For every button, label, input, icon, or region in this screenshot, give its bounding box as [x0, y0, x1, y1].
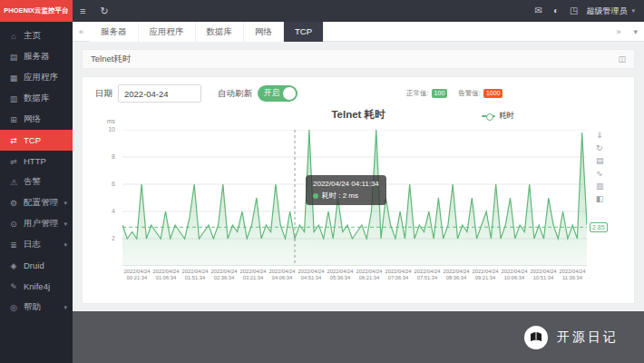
auto-refresh-label: 自动刷新: [218, 88, 252, 100]
threshold-label: 正常值:: [406, 89, 429, 98]
sidebar-item-druid[interactable]: ◈Druid: [0, 255, 73, 276]
sidebar-item-app[interactable]: ▦应用程序: [0, 67, 73, 88]
user-menu[interactable]: 超级管理员: [583, 5, 629, 17]
app-root: PHOENIX云监控平台 ≡↻ ✉◐◳ 超级管理员 ▾ ⌂主页▤服务器▦应用程序…: [0, 0, 644, 363]
x-axis-label: 2022/04/2401:51:34: [181, 269, 210, 281]
config-icon: ⚙: [8, 199, 19, 208]
data-view-icon[interactable]: ▤: [596, 157, 604, 165]
chevron-down-icon: ▾: [63, 200, 67, 207]
x-axis-label: 2022/04/2407:51:34: [413, 269, 442, 281]
sidebar: ⌂主页▤服务器▦应用程序▥数据库⊞网络⇄TCP⇌HTTP⚠告警⚙配置管理▾⊙用户…: [0, 22, 73, 363]
toggle-knob: [283, 87, 296, 100]
sidebar-item-label: 日志: [24, 239, 63, 250]
tab-item[interactable]: 应用程序: [139, 22, 196, 42]
refresh-icon[interactable]: ↻: [93, 0, 115, 22]
sidebar-item-label: 用户管理: [24, 218, 63, 230]
app-icon: ▦: [8, 74, 19, 83]
sidebar-item-logs[interactable]: ≣日志▾: [0, 234, 73, 255]
sidebar-item-server[interactable]: ▤服务器: [0, 46, 73, 67]
chart-card: 日期 自动刷新 开启 正常值:100告警值:1000 Telnet 耗时: [82, 76, 635, 304]
sidebar-item-http[interactable]: ⇌HTTP: [0, 151, 73, 172]
sidebar-item-config[interactable]: ⚙配置管理▾: [0, 192, 73, 213]
message-icon[interactable]: ✉: [530, 0, 548, 22]
x-axis-label: 2022/04/2404:51:34: [297, 269, 326, 281]
tab-item[interactable]: 服务器: [90, 22, 139, 42]
chart-plot[interactable]: [122, 130, 587, 266]
threshold-legend: 正常值:100告警值:1000: [406, 89, 503, 98]
http-icon: ⇌: [8, 157, 19, 166]
sidebar-item-label: Knife4j: [24, 281, 67, 291]
help-icon: ◎: [8, 303, 19, 312]
chevron-down-icon: ▾: [63, 241, 67, 249]
sidebar-item-knife4j[interactable]: ✎Knife4j: [0, 276, 73, 297]
toggle-state-label: 开启: [264, 88, 279, 99]
x-axis-label: 2022/04/2401:06:34: [151, 269, 181, 281]
tabbar: « 服务器应用程序数据库网络TCP » ▾: [73, 22, 644, 42]
sidebar-item-label: 帮助: [24, 301, 63, 313]
sidebar-item-help[interactable]: ◎帮助▾: [0, 297, 73, 318]
auto-refresh-toggle[interactable]: 开启: [258, 85, 298, 102]
topbar-right-icons: ✉◐◳: [530, 0, 584, 22]
tab-item[interactable]: 数据库: [196, 22, 245, 42]
tab-item[interactable]: TCP: [284, 22, 324, 42]
chevron-down-icon: ▾: [629, 7, 644, 15]
save-image-icon[interactable]: ⇓: [596, 132, 604, 140]
x-axis-label: 2022/04/2405:36:34: [326, 269, 355, 281]
page-title: Telnet耗时: [91, 54, 131, 65]
x-axis-label: 2022/04/2400:21:34: [122, 269, 151, 281]
threshold-value: 100: [432, 89, 448, 98]
brand-text: 开源日记: [557, 329, 619, 346]
main-area: « 服务器应用程序数据库网络TCP » ▾ Telnet耗时 ◫ 日期: [73, 22, 644, 363]
sidebar-item-database[interactable]: ▥数据库: [0, 88, 73, 109]
x-axis-label: 2022/04/2408:36:34: [442, 269, 471, 281]
fullscreen-icon[interactable]: ◳: [564, 0, 583, 22]
chart-header: Telnet 耗时 耗时: [95, 108, 621, 123]
y-axis: ms246810: [95, 130, 119, 266]
users-icon: ⊙: [8, 220, 19, 229]
y-axis-label: 8: [112, 153, 115, 160]
restore-icon[interactable]: ↻: [596, 144, 604, 152]
sidebar-item-label: HTTP: [24, 156, 67, 166]
server-icon: ▤: [8, 53, 19, 62]
alert-icon: ⚠: [8, 178, 19, 187]
line-chart-icon[interactable]: ∿: [596, 170, 604, 178]
tab-item[interactable]: 网络: [244, 22, 284, 42]
home-icon: ⌂: [8, 32, 19, 41]
chart-title: Telnet 耗时: [331, 108, 385, 122]
zoom-icon[interactable]: ◧: [596, 195, 604, 203]
sidebar-item-alert[interactable]: ⚠告警: [0, 172, 73, 192]
sidebar-item-label: 数据库: [24, 93, 67, 104]
tabs-menu-icon[interactable]: ▾: [627, 27, 644, 36]
bar-chart-icon[interactable]: ▥: [596, 182, 604, 191]
chart-area: Telnet 耗时 耗时 ms246810 2022/04/24: [95, 108, 621, 301]
topbar-right: ✉◐◳ 超级管理员 ▾: [530, 0, 644, 22]
kaiyuan-diary-logo: [524, 326, 548, 349]
theme-icon[interactable]: ◐: [548, 0, 564, 22]
topbar-left-icons: ≡↻: [73, 0, 116, 22]
network-icon: ⊞: [8, 115, 19, 124]
panel-icon[interactable]: ◫: [618, 54, 626, 64]
sidebar-item-label: 告警: [24, 176, 67, 188]
x-axis-label: 2022/04/2411:36:34: [558, 269, 587, 281]
threshold-label: 告警值:: [458, 89, 481, 98]
tabs-scroll-right-icon[interactable]: »: [610, 27, 627, 36]
sidebar-item-label: 网络: [24, 113, 67, 125]
y-axis-label: 2: [112, 235, 115, 241]
chart-legend[interactable]: 耗时: [482, 111, 514, 122]
sidebar-item-tcp[interactable]: ⇄TCP: [0, 130, 73, 151]
sidebar-item-label: 主页: [24, 30, 67, 42]
tabs-scroll-left-icon[interactable]: «: [73, 27, 90, 36]
content: Telnet耗时 ◫ 日期 自动刷新 开启 正常值:100告警值:1000: [73, 42, 644, 311]
chevron-down-icon: ▾: [63, 304, 67, 311]
sidebar-item-label: TCP: [24, 135, 67, 145]
sidebar-item-home[interactable]: ⌂主页: [0, 25, 73, 46]
legend-marker-icon: [482, 115, 495, 117]
logs-icon: ≣: [8, 240, 19, 250]
y-axis-label: 4: [112, 208, 115, 214]
date-input[interactable]: [118, 84, 201, 103]
chevron-down-icon: ▾: [63, 221, 67, 228]
hamburger-icon[interactable]: ≡: [73, 0, 93, 22]
sidebar-item-network[interactable]: ⊞网络: [0, 109, 73, 130]
threshold-chip: 正常值:100: [406, 89, 447, 98]
sidebar-item-users[interactable]: ⊙用户管理▾: [0, 213, 73, 234]
